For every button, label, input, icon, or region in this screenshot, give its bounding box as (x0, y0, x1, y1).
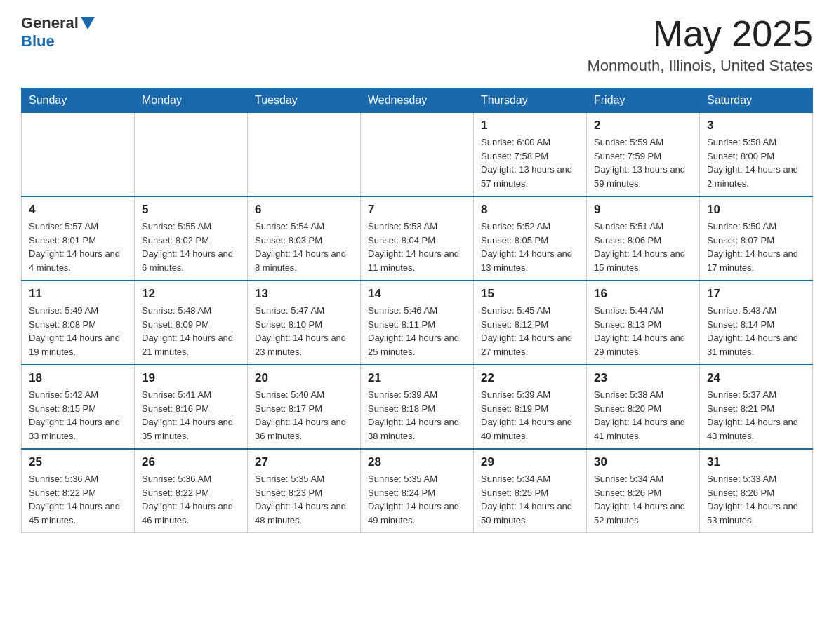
title-block: May 2025 Monmouth, Illinois, United Stat… (587, 14, 813, 75)
day-number: 29 (481, 455, 579, 469)
table-row: 22Sunrise: 5:39 AMSunset: 8:19 PMDayligh… (474, 365, 587, 449)
table-row: 15Sunrise: 5:45 AMSunset: 8:12 PMDayligh… (474, 281, 587, 365)
logo-triangle-icon (81, 17, 95, 29)
day-info: Sunrise: 5:57 AMSunset: 8:01 PMDaylight:… (29, 220, 127, 274)
table-row: 6Sunrise: 5:54 AMSunset: 8:03 PMDaylight… (248, 196, 361, 281)
day-number: 22 (481, 371, 579, 385)
day-number: 8 (481, 203, 579, 217)
table-row (361, 113, 474, 197)
day-number: 28 (368, 455, 466, 469)
day-info: Sunrise: 5:58 AMSunset: 8:00 PMDaylight:… (707, 135, 805, 190)
table-row: 4Sunrise: 5:57 AMSunset: 8:01 PMDaylight… (22, 196, 135, 281)
table-row: 1Sunrise: 6:00 AMSunset: 7:58 PMDaylight… (474, 113, 587, 197)
day-info: Sunrise: 5:59 AMSunset: 7:59 PMDaylight:… (594, 135, 692, 190)
day-number: 5 (142, 203, 240, 217)
day-info: Sunrise: 5:45 AMSunset: 8:12 PMDaylight:… (481, 304, 579, 358)
table-row (248, 113, 361, 197)
day-info: Sunrise: 5:53 AMSunset: 8:04 PMDaylight:… (368, 220, 466, 274)
table-row: 31Sunrise: 5:33 AMSunset: 8:26 PMDayligh… (700, 449, 813, 533)
table-row: 18Sunrise: 5:42 AMSunset: 8:15 PMDayligh… (22, 365, 135, 449)
day-info: Sunrise: 5:50 AMSunset: 8:07 PMDaylight:… (707, 220, 805, 274)
day-info: Sunrise: 5:42 AMSunset: 8:15 PMDaylight:… (29, 388, 127, 443)
day-number: 23 (594, 371, 692, 385)
day-number: 11 (29, 287, 127, 301)
day-number: 1 (481, 119, 579, 133)
table-row: 19Sunrise: 5:41 AMSunset: 8:16 PMDayligh… (135, 365, 248, 449)
table-row: 7Sunrise: 5:53 AMSunset: 8:04 PMDaylight… (361, 196, 474, 281)
calendar-week-row: 11Sunrise: 5:49 AMSunset: 8:08 PMDayligh… (22, 281, 813, 365)
day-number: 6 (255, 203, 353, 217)
day-number: 13 (255, 287, 353, 301)
table-row: 10Sunrise: 5:50 AMSunset: 8:07 PMDayligh… (700, 196, 813, 281)
day-number: 7 (368, 203, 466, 217)
day-info: Sunrise: 5:36 AMSunset: 8:22 PMDaylight:… (29, 472, 127, 527)
col-sunday: Sunday (22, 88, 135, 113)
day-number: 10 (707, 203, 805, 217)
table-row: 16Sunrise: 5:44 AMSunset: 8:13 PMDayligh… (587, 281, 700, 365)
day-info: Sunrise: 5:55 AMSunset: 8:02 PMDaylight:… (142, 220, 240, 274)
calendar-table: Sunday Monday Tuesday Wednesday Thursday… (21, 88, 813, 533)
day-number: 31 (707, 455, 805, 469)
col-saturday: Saturday (700, 88, 813, 113)
day-info: Sunrise: 5:39 AMSunset: 8:19 PMDaylight:… (481, 388, 579, 443)
day-info: Sunrise: 5:40 AMSunset: 8:17 PMDaylight:… (255, 388, 353, 443)
day-info: Sunrise: 5:38 AMSunset: 8:20 PMDaylight:… (594, 388, 692, 443)
day-number: 27 (255, 455, 353, 469)
day-number: 2 (594, 119, 692, 133)
day-number: 20 (255, 371, 353, 385)
day-info: Sunrise: 5:47 AMSunset: 8:10 PMDaylight:… (255, 304, 353, 358)
day-info: Sunrise: 5:43 AMSunset: 8:14 PMDaylight:… (707, 304, 805, 358)
day-number: 12 (142, 287, 240, 301)
day-number: 21 (368, 371, 466, 385)
table-row: 17Sunrise: 5:43 AMSunset: 8:14 PMDayligh… (700, 281, 813, 365)
logo: General Blue (21, 14, 97, 51)
table-row: 23Sunrise: 5:38 AMSunset: 8:20 PMDayligh… (587, 365, 700, 449)
day-info: Sunrise: 5:44 AMSunset: 8:13 PMDaylight:… (594, 304, 692, 358)
day-info: Sunrise: 5:49 AMSunset: 8:08 PMDaylight:… (29, 304, 127, 358)
table-row: 21Sunrise: 5:39 AMSunset: 8:18 PMDayligh… (361, 365, 474, 449)
table-row: 11Sunrise: 5:49 AMSunset: 8:08 PMDayligh… (22, 281, 135, 365)
day-number: 14 (368, 287, 466, 301)
day-info: Sunrise: 5:46 AMSunset: 8:11 PMDaylight:… (368, 304, 466, 358)
day-info: Sunrise: 5:35 AMSunset: 8:24 PMDaylight:… (368, 472, 466, 527)
day-number: 18 (29, 371, 127, 385)
day-info: Sunrise: 5:33 AMSunset: 8:26 PMDaylight:… (707, 472, 805, 527)
day-number: 16 (594, 287, 692, 301)
calendar-title: May 2025 (587, 14, 813, 54)
day-info: Sunrise: 5:39 AMSunset: 8:18 PMDaylight:… (368, 388, 466, 443)
day-number: 9 (594, 203, 692, 217)
col-wednesday: Wednesday (361, 88, 474, 113)
day-info: Sunrise: 5:48 AMSunset: 8:09 PMDaylight:… (142, 304, 240, 358)
table-row: 5Sunrise: 5:55 AMSunset: 8:02 PMDaylight… (135, 196, 248, 281)
col-monday: Monday (135, 88, 248, 113)
day-info: Sunrise: 5:54 AMSunset: 8:03 PMDaylight:… (255, 220, 353, 274)
day-number: 25 (29, 455, 127, 469)
calendar-week-row: 25Sunrise: 5:36 AMSunset: 8:22 PMDayligh… (22, 449, 813, 533)
day-info: Sunrise: 5:37 AMSunset: 8:21 PMDaylight:… (707, 388, 805, 443)
table-row: 2Sunrise: 5:59 AMSunset: 7:59 PMDaylight… (587, 113, 700, 197)
day-info: Sunrise: 5:35 AMSunset: 8:23 PMDaylight:… (255, 472, 353, 527)
page-header: General Blue May 2025 Monmouth, Illinois… (21, 14, 813, 75)
table-row: 27Sunrise: 5:35 AMSunset: 8:23 PMDayligh… (248, 449, 361, 533)
table-row: 13Sunrise: 5:47 AMSunset: 8:10 PMDayligh… (248, 281, 361, 365)
calendar-subtitle: Monmouth, Illinois, United States (587, 57, 813, 75)
table-row: 28Sunrise: 5:35 AMSunset: 8:24 PMDayligh… (361, 449, 474, 533)
table-row: 14Sunrise: 5:46 AMSunset: 8:11 PMDayligh… (361, 281, 474, 365)
day-number: 26 (142, 455, 240, 469)
calendar-week-row: 1Sunrise: 6:00 AMSunset: 7:58 PMDaylight… (22, 113, 813, 197)
day-number: 4 (29, 203, 127, 217)
col-friday: Friday (587, 88, 700, 113)
day-number: 19 (142, 371, 240, 385)
table-row: 29Sunrise: 5:34 AMSunset: 8:25 PMDayligh… (474, 449, 587, 533)
logo-blue-text: Blue (21, 32, 55, 51)
table-row: 25Sunrise: 5:36 AMSunset: 8:22 PMDayligh… (22, 449, 135, 533)
day-number: 3 (707, 119, 805, 133)
calendar-week-row: 18Sunrise: 5:42 AMSunset: 8:15 PMDayligh… (22, 365, 813, 449)
calendar-header-row: Sunday Monday Tuesday Wednesday Thursday… (22, 88, 813, 113)
logo-general-text: General (21, 14, 79, 32)
day-info: Sunrise: 5:52 AMSunset: 8:05 PMDaylight:… (481, 220, 579, 274)
table-row: 24Sunrise: 5:37 AMSunset: 8:21 PMDayligh… (700, 365, 813, 449)
table-row: 8Sunrise: 5:52 AMSunset: 8:05 PMDaylight… (474, 196, 587, 281)
day-info: Sunrise: 5:34 AMSunset: 8:26 PMDaylight:… (594, 472, 692, 527)
table-row: 9Sunrise: 5:51 AMSunset: 8:06 PMDaylight… (587, 196, 700, 281)
